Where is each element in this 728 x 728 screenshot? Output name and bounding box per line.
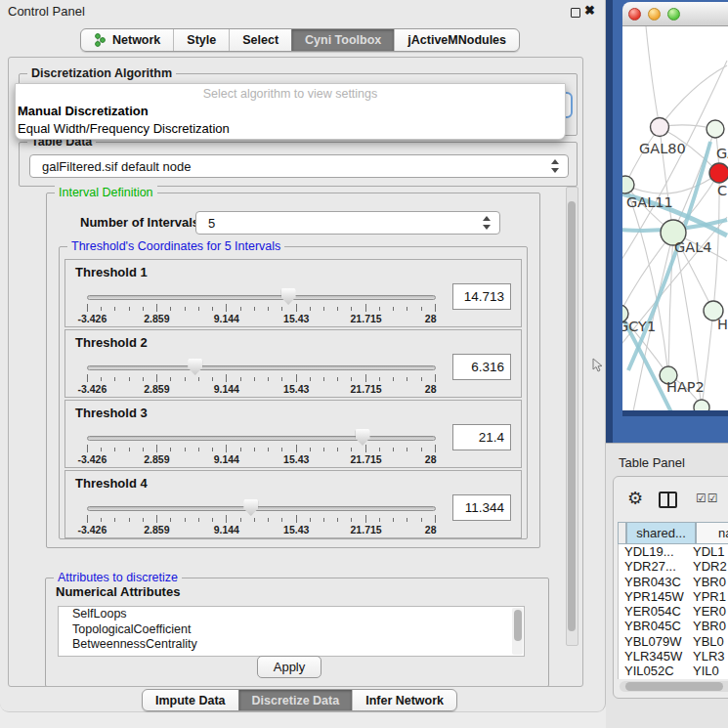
popup-option-equal-width[interactable]: Equal Width/Frequency Discretization xyxy=(18,121,230,136)
panel-scrollbar-thumb[interactable] xyxy=(568,201,576,631)
tick-label: 9.144 xyxy=(214,524,239,535)
threshold-slider[interactable]: -3.4262.8599.14415.4321.71528 xyxy=(87,498,441,537)
num-intervals-label: Number of Intervals xyxy=(80,209,199,236)
zoom-traffic-light-icon[interactable] xyxy=(667,8,680,21)
slider-track[interactable] xyxy=(87,506,436,511)
window-frame-edge xyxy=(606,0,613,443)
cell-name: YER0 xyxy=(689,604,726,619)
node-label-GAL80: GAL80 xyxy=(639,141,686,156)
node-label-C: C xyxy=(717,183,727,198)
tab-style[interactable]: Style xyxy=(173,29,229,51)
tab-jactivemnodules[interactable]: jActiveMNodules xyxy=(394,29,519,51)
gear-icon[interactable]: ⚙ xyxy=(627,488,643,509)
network-window-titlebar[interactable] xyxy=(622,2,728,26)
close-traffic-light-icon[interactable] xyxy=(628,8,641,21)
threshold-slider[interactable]: -3.4262.8599.14415.4321.71528 xyxy=(87,287,441,326)
row-header-corner xyxy=(618,522,626,544)
slider-track[interactable] xyxy=(87,436,436,441)
window-title: Control Panel xyxy=(8,4,85,19)
cell-shared-name: YLR345W xyxy=(619,649,689,664)
tab-infer-network[interactable]: Infer Network xyxy=(352,690,456,710)
table-rows[interactable]: YDL19...YDL1YDR27...YDR2YBR043CYBR0YPR14… xyxy=(618,544,728,679)
threshold-slider[interactable]: -3.4262.8599.14415.4321.71528 xyxy=(87,428,441,467)
list-scrollbar[interactable] xyxy=(512,608,523,655)
cell-shared-name: YER054C xyxy=(619,604,689,619)
table-row[interactable]: YBR045CYBR0 xyxy=(619,619,728,633)
slider-track[interactable] xyxy=(87,365,436,370)
slider-track[interactable] xyxy=(87,295,436,300)
num-intervals-combo[interactable]: 5 xyxy=(195,211,500,235)
tab-impute-data[interactable]: Impute Data xyxy=(143,690,238,710)
threshold-label: Threshold 2 xyxy=(75,335,148,350)
threshold-slider[interactable]: -3.4262.8599.14415.4321.71528 xyxy=(87,358,441,397)
combo-stepper-icon xyxy=(551,159,560,173)
tab-cyni-toolbox[interactable]: Cyni Toolbox xyxy=(291,29,394,51)
thresholds-group: Threshold's Coordinates for 5 Intervals … xyxy=(59,246,528,539)
slider-thumb[interactable] xyxy=(243,499,258,516)
float-window-icon[interactable] xyxy=(571,8,580,18)
table-row[interactable]: YBR043CYBR0 xyxy=(619,575,728,589)
network-canvas[interactable]: GAL80GACGAL11GAL4GCY1HHAP2 xyxy=(622,26,728,416)
column-header-shared[interactable]: shared... xyxy=(626,522,696,544)
tick-label: 21.715 xyxy=(351,383,382,395)
table-row[interactable]: YBL079WYBL0 xyxy=(619,634,728,649)
table-row[interactable]: YLR345WYLR3 xyxy=(619,649,728,664)
tab-select[interactable]: Select xyxy=(229,29,291,51)
cell-name: YLR3 xyxy=(689,649,725,664)
attribute-item[interactable]: BetweennessCentrality xyxy=(59,637,524,653)
table-hscrollbar[interactable] xyxy=(620,681,728,692)
table-row[interactable]: YDR27...YDR2 xyxy=(619,559,728,574)
tick-label: 2.859 xyxy=(144,383,169,395)
control-panel-window: Control Panel ✖ NetworkStyleSelectCyni T… xyxy=(0,0,606,712)
tick-label: 2.859 xyxy=(144,313,169,324)
threshold-value-field[interactable]: 21.4 xyxy=(452,424,511,450)
threshold-box-1: Threshold 1-3.4262.8599.14415.4321.71528… xyxy=(64,259,522,327)
select-columns-checkboxes-icon[interactable]: ☑☑ xyxy=(696,492,719,505)
cell-shared-name: YBL079W xyxy=(619,634,689,649)
slider-ticks xyxy=(87,304,436,312)
slider-ticks xyxy=(87,374,436,382)
network-view-window: GAL80GACGAL11GAL4GCY1HHAP2 xyxy=(606,0,728,443)
numerical-attributes-list[interactable]: SelfLoopsTopologicalCoefficientBetweenne… xyxy=(58,606,525,657)
tick-label: 9.144 xyxy=(214,453,239,465)
columns-icon[interactable] xyxy=(659,492,677,508)
node-label-GCY1: GCY1 xyxy=(622,319,656,334)
table-row[interactable]: YER054CYER0 xyxy=(619,604,728,619)
tab-network[interactable]: Network xyxy=(81,29,173,51)
tab-discretize-data[interactable]: Discretize Data xyxy=(238,690,353,710)
close-icon[interactable]: ✖ xyxy=(584,3,595,18)
attribute-item[interactable]: SelfLoops xyxy=(59,607,524,622)
threshold-label: Threshold 4 xyxy=(75,476,148,491)
tick-label: 28 xyxy=(425,383,437,395)
thresholds-group-label: Threshold's Coordinates for 5 Intervals xyxy=(67,239,284,254)
minimize-traffic-light-icon[interactable] xyxy=(648,8,661,21)
table-data-combo[interactable]: galFiltered.sif default node xyxy=(29,154,569,178)
list-scrollbar-thumb[interactable] xyxy=(514,610,522,641)
panel-scrollbar[interactable] xyxy=(566,187,578,646)
table-panel-box: ⚙ ☑☑ shared... na YDL19...YDL1YDR27...YD… xyxy=(613,476,728,699)
threshold-value-field[interactable]: 6.316 xyxy=(452,354,511,380)
table-row[interactable]: YPR145WYPR1 xyxy=(619,589,728,604)
node-label-GAL4: GAL4 xyxy=(674,239,711,255)
table-row[interactable]: YIL052CYIL0 xyxy=(619,664,728,678)
algorithm-dropdown-popup: Select algorithm to view settings Manual… xyxy=(15,83,566,140)
node-label-H: H xyxy=(717,317,728,332)
cell-name: YDL1 xyxy=(689,544,725,559)
tick-label: 2.859 xyxy=(144,524,169,535)
apply-button[interactable]: Apply xyxy=(257,656,321,678)
combo-stepper-icon xyxy=(483,216,492,230)
slider-thumb[interactable] xyxy=(188,359,202,375)
table-hscrollbar-thumb[interactable] xyxy=(625,682,723,691)
attribute-item[interactable]: TopologicalCoefficient xyxy=(59,622,524,638)
GAL11-node xyxy=(622,176,634,193)
threshold-value-field[interactable]: 11.344 xyxy=(452,494,511,521)
popup-option-manual[interactable]: Manual Discretization xyxy=(18,104,149,118)
slider-thumb[interactable] xyxy=(356,429,370,446)
cell-name: YPR1 xyxy=(689,589,726,604)
top-tab-bar: NetworkStyleSelectCyni ToolboxjActiveMNo… xyxy=(80,28,520,52)
table-row[interactable]: YDL19...YDL1 xyxy=(619,544,728,559)
slider-thumb[interactable] xyxy=(281,288,296,305)
tab-label: Infer Network xyxy=(365,694,444,707)
threshold-value-field[interactable]: 14.713 xyxy=(452,283,511,310)
column-header-name[interactable]: na xyxy=(696,522,728,544)
